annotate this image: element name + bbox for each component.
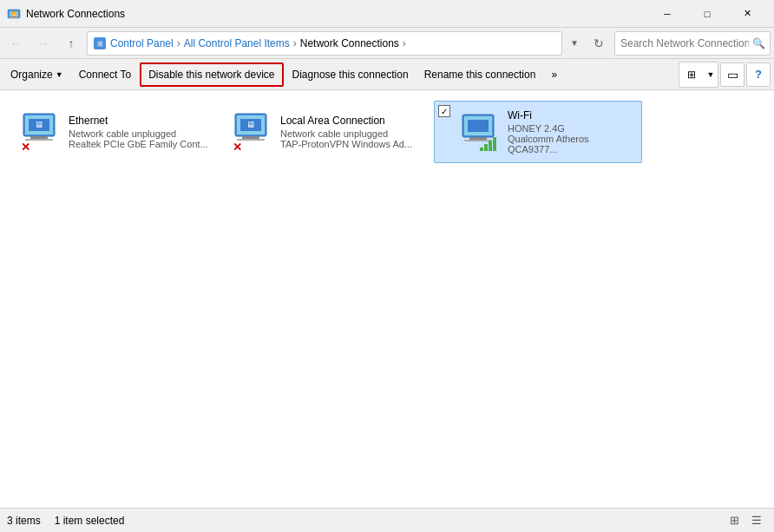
wifi-name: Wi-Fi <box>508 109 634 122</box>
help-button[interactable]: ? <box>746 62 771 87</box>
search-input[interactable] <box>614 31 771 56</box>
toolbar-right: ⊞ ▼ ▭ ? <box>679 62 771 88</box>
local-area-name: Local Area Connection <box>280 115 423 127</box>
svg-text:🖥: 🖥 <box>35 120 43 129</box>
breadcrumb-current: Network Connections <box>300 37 399 49</box>
minimize-button[interactable]: ─ <box>647 0 687 28</box>
wifi-signal-icon <box>480 135 499 151</box>
forward-button[interactable]: → <box>31 31 56 56</box>
wifi-status: HONEY 2.4G <box>508 123 634 134</box>
svg-text:⊞: ⊞ <box>97 40 103 48</box>
connect-to-button[interactable]: Connect To <box>72 62 139 87</box>
breadcrumb-all-items[interactable]: All Control Panel Items <box>184 37 290 49</box>
view-icon-button[interactable]: ⊞ <box>679 62 704 87</box>
selected-info: 1 item selected <box>55 515 125 527</box>
local-area-status: Network cable unplugged <box>280 128 423 139</box>
svg-rect-9 <box>30 136 48 139</box>
control-panel-icon: ⊞ <box>93 36 107 50</box>
local-area-driver: TAP-ProtonVPN Windows Ad... <box>280 139 423 149</box>
ethernet-info: Ethernet Network cable unplugged Realtek… <box>69 115 211 149</box>
local-area-item[interactable]: 🖥 ✕ Local Area Connection Network cable … <box>222 101 430 163</box>
organize-button[interactable]: Organize ▼ <box>3 62 70 87</box>
wifi-icon-container <box>457 111 499 153</box>
wifi-driver: Qualcomm Atheros QCA9377... <box>508 134 634 154</box>
diagnose-connection-button[interactable]: Diagnose this connection <box>285 62 416 87</box>
svg-rect-25 <box>484 144 488 151</box>
ethernet-name: Ethernet <box>69 115 211 127</box>
svg-rect-23 <box>468 120 489 132</box>
selected-check: ✓ <box>438 105 450 117</box>
status-bar: 3 items 1 item selected ⊞ ☰ <box>0 508 774 532</box>
breadcrumb-dropdown-button[interactable]: ▼ <box>566 31 583 56</box>
preview-pane-button[interactable]: ▭ <box>720 62 744 87</box>
local-area-info: Local Area Connection Network cable unpl… <box>280 115 423 149</box>
search-wrap: 🔍 <box>614 31 771 56</box>
svg-rect-3 <box>9 17 19 18</box>
refresh-button[interactable]: ↻ <box>587 31 611 56</box>
breadcrumb-control-panel[interactable]: Control Panel <box>110 37 174 49</box>
svg-rect-24 <box>480 148 483 151</box>
back-button[interactable]: ← <box>3 31 28 56</box>
maximize-button[interactable]: □ <box>687 0 727 28</box>
wifi-icon-wrap <box>457 111 499 153</box>
local-area-error-badge: ✕ <box>230 141 244 154</box>
main-content: 🖥 ✕ Ethernet Network cable unplugged Rea… <box>0 90 774 508</box>
large-icons-view-button[interactable]: ⊞ <box>724 511 744 530</box>
breadcrumb: ⊞ Control Panel › All Control Panel Item… <box>87 31 562 56</box>
items-grid: 🖥 ✕ Ethernet Network cable unplugged Rea… <box>7 97 767 167</box>
window-icon: 📶 <box>7 7 21 21</box>
svg-rect-15 <box>242 136 259 139</box>
wifi-info: Wi-Fi HONEY 2.4G Qualcomm Atheros QCA937… <box>508 109 634 154</box>
wifi-item[interactable]: ✓ <box>434 101 642 163</box>
svg-rect-26 <box>489 141 492 151</box>
window-title: Network Connections <box>26 8 647 20</box>
svg-rect-2 <box>10 16 17 17</box>
view-dropdown-button[interactable]: ▼ <box>704 62 718 87</box>
toolbar: Organize ▼ Connect To Disable this netwo… <box>0 59 774 90</box>
svg-text:📶: 📶 <box>11 11 17 17</box>
list-view-button[interactable]: ☰ <box>746 511 767 530</box>
svg-text:🖥: 🖥 <box>246 120 255 129</box>
more-options-button[interactable]: » <box>544 62 564 87</box>
up-button[interactable]: ↑ <box>59 31 83 56</box>
ethernet-status: Network cable unplugged <box>69 128 211 139</box>
items-count: 3 items <box>7 515 41 527</box>
ethernet-item[interactable]: 🖥 ✕ Ethernet Network cable unplugged Rea… <box>10 101 219 163</box>
ethernet-icon-wrap: 🖥 ✕ <box>18 110 60 154</box>
ethernet-error-badge: ✕ <box>18 141 32 154</box>
address-bar: ← → ↑ ⊞ Control Panel › All Control Pane… <box>0 28 774 59</box>
view-buttons: ⊞ ☰ <box>724 511 767 530</box>
window-controls[interactable]: ─ □ ✕ <box>647 0 767 28</box>
svg-rect-27 <box>493 137 496 151</box>
ethernet-driver: Realtek PCIe GbE Family Cont... <box>69 139 211 149</box>
rename-connection-button[interactable]: Rename this connection <box>417 62 543 87</box>
disable-network-device-button[interactable]: Disable this network device <box>140 62 283 87</box>
local-area-icon-wrap: 🖥 ✕ <box>230 110 272 154</box>
title-bar: 📶 Network Connections ─ □ ✕ <box>0 0 774 28</box>
close-button[interactable]: ✕ <box>727 0 767 28</box>
